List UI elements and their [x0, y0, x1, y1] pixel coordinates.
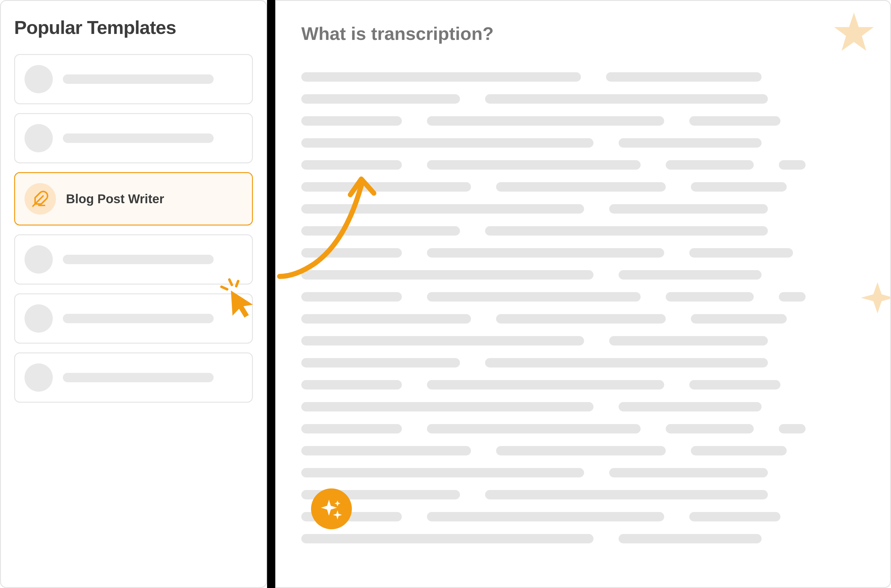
text-segment-placeholder — [689, 380, 780, 390]
text-segment-placeholder — [301, 424, 402, 434]
text-segment-placeholder — [427, 292, 640, 302]
text-segment-placeholder — [689, 248, 793, 258]
text-segment-placeholder — [619, 534, 762, 543]
curved-arrow-icon — [276, 170, 390, 290]
text-segment-placeholder — [496, 314, 666, 324]
template-item[interactable] — [14, 54, 253, 104]
text-row — [301, 490, 871, 500]
text-row — [301, 72, 871, 82]
text-segment-placeholder — [779, 292, 806, 302]
template-icon-placeholder — [24, 245, 53, 274]
template-icon-placeholder — [24, 304, 53, 333]
text-segment-placeholder — [301, 468, 584, 477]
text-segment-placeholder — [619, 402, 762, 411]
text-segment-placeholder — [691, 314, 787, 324]
sparkle-star-icon — [860, 280, 891, 316]
svg-line-4 — [236, 281, 238, 286]
text-row — [301, 424, 871, 434]
text-segment-placeholder — [427, 424, 640, 434]
text-segment-placeholder — [301, 358, 460, 368]
template-item-blog-post-writer[interactable]: Blog Post Writer — [14, 172, 253, 225]
text-segment-placeholder — [619, 270, 762, 279]
text-segment-placeholder — [301, 314, 471, 324]
template-label-placeholder — [63, 373, 214, 382]
text-segment-placeholder — [689, 512, 780, 521]
text-segment-placeholder — [301, 534, 594, 543]
text-segment-placeholder — [301, 292, 402, 302]
text-segment-placeholder — [496, 446, 666, 456]
text-row — [301, 358, 871, 368]
text-segment-placeholder — [427, 380, 664, 390]
text-row — [301, 94, 871, 104]
template-label-placeholder — [63, 255, 214, 264]
text-segment-placeholder — [427, 116, 664, 126]
text-segment-placeholder — [609, 204, 768, 214]
template-label-placeholder — [63, 134, 214, 143]
click-cursor-icon — [217, 275, 258, 320]
template-icon-placeholder — [24, 124, 53, 152]
text-segment-placeholder — [485, 358, 768, 368]
text-row — [301, 512, 871, 521]
text-segment-placeholder — [609, 336, 768, 345]
text-segment-placeholder — [689, 116, 780, 126]
text-segment-placeholder — [301, 94, 460, 104]
text-segment-placeholder — [301, 380, 402, 390]
text-segment-placeholder — [606, 72, 762, 82]
text-segment-placeholder — [485, 490, 768, 500]
template-icon-placeholder — [24, 65, 53, 93]
text-segment-placeholder — [427, 512, 664, 521]
text-segment-placeholder — [666, 292, 754, 302]
text-row — [301, 314, 871, 324]
template-item[interactable] — [14, 352, 253, 403]
template-label-placeholder — [63, 75, 214, 84]
text-segment-placeholder — [691, 182, 787, 192]
feather-icon — [24, 183, 56, 214]
sidebar-title: Popular Templates — [14, 16, 253, 38]
text-row — [301, 446, 871, 456]
text-segment-placeholder — [301, 138, 594, 148]
svg-line-2 — [230, 279, 232, 285]
template-label: Blog Post Writer — [66, 192, 164, 206]
content-title: What is transcription? — [301, 23, 871, 44]
app-container: Popular Templates Blog Post Writer — [0, 0, 891, 588]
vertical-divider — [267, 0, 275, 588]
text-row — [301, 160, 871, 170]
text-segment-placeholder — [691, 446, 787, 456]
text-segment-placeholder — [301, 446, 471, 456]
template-item[interactable] — [14, 113, 253, 164]
content-text-placeholder — [301, 72, 871, 543]
text-segment-placeholder — [779, 160, 806, 170]
text-row — [301, 402, 871, 411]
text-row — [301, 116, 871, 126]
text-segment-placeholder — [301, 72, 581, 82]
text-row — [301, 468, 871, 477]
text-segment-placeholder — [485, 94, 768, 104]
text-segment-placeholder — [666, 424, 754, 434]
text-segment-placeholder — [485, 226, 768, 236]
content-panel: What is transcription? — [275, 0, 891, 588]
template-label-placeholder — [63, 314, 214, 323]
text-row — [301, 534, 871, 543]
ai-sparkle-badge-icon — [311, 488, 352, 529]
text-segment-placeholder — [496, 182, 666, 192]
text-row — [301, 380, 871, 390]
text-segment-placeholder — [301, 160, 402, 170]
sparkle-star-icon — [832, 10, 876, 56]
text-segment-placeholder — [609, 468, 768, 477]
text-segment-placeholder — [427, 248, 664, 258]
text-row — [301, 292, 871, 302]
text-segment-placeholder — [666, 160, 754, 170]
text-segment-placeholder — [301, 336, 584, 345]
text-segment-placeholder — [301, 402, 594, 411]
template-icon-placeholder — [24, 363, 53, 392]
text-segment-placeholder — [301, 116, 402, 126]
text-row — [301, 336, 871, 345]
text-segment-placeholder — [779, 424, 806, 434]
text-segment-placeholder — [619, 138, 762, 148]
svg-line-3 — [222, 287, 227, 289]
text-row — [301, 138, 871, 148]
text-segment-placeholder — [427, 160, 640, 170]
